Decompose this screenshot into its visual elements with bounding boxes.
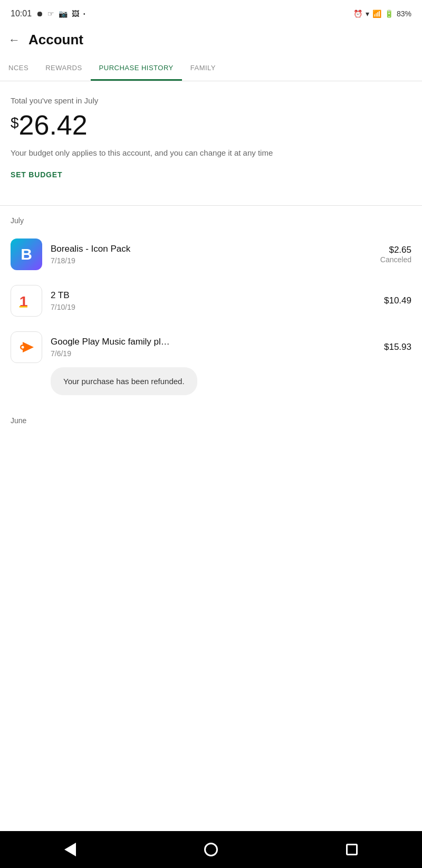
borealis-price-col: $2.65 Canceled xyxy=(380,245,411,264)
nav-back-button[interactable] xyxy=(57,836,83,863)
july-section: July B Borealis - Icon Pack 7/18/19 $2.6… xyxy=(0,206,422,430)
header: ← Account xyxy=(0,26,422,56)
borealis-name: Borealis - Icon Pack xyxy=(51,244,380,254)
accessibility-icon: ☞ xyxy=(47,9,54,18)
gpm-date: 7/6/19 xyxy=(51,349,384,358)
refund-tooltip: Your purchase has been refunded. xyxy=(51,367,197,395)
gpm-svg xyxy=(16,337,37,358)
july-label: July xyxy=(11,206,411,231)
2tb-date: 7/10/19 xyxy=(51,303,384,311)
signal-icon: 📶 xyxy=(372,9,381,18)
budget-note: Your budget only applies to this account… xyxy=(11,147,411,159)
dot-icon: • xyxy=(83,11,85,17)
content-area: Total you've spent in July $26.42 Your b… xyxy=(0,81,422,205)
status-bar: 10:01 ⏺ ☞ 📷 🖼 • ⏰ ▾ 📶 🔋 83% xyxy=(0,0,422,26)
instagram-icon: 📷 xyxy=(59,9,68,18)
currency-symbol: $ xyxy=(11,116,19,130)
page-title: Account xyxy=(28,32,83,48)
nav-recents-button[interactable] xyxy=(339,836,365,863)
gpm-info: Google Play Music family pl… 7/6/19 xyxy=(51,337,384,358)
status-left: 10:01 ⏺ ☞ 📷 🖼 • xyxy=(11,9,85,18)
2tb-name: 2 TB xyxy=(51,290,384,301)
june-label: June xyxy=(11,411,411,430)
tab-nces[interactable]: NCES xyxy=(0,56,37,81)
wifi-icon: ▾ xyxy=(366,9,369,18)
refund-tooltip-container: Your purchase has been refunded. xyxy=(11,370,411,400)
tab-rewards[interactable]: REWARDS xyxy=(37,56,90,81)
tabs-container: NCES REWARDS PURCHASE HISTORY FAMILY xyxy=(0,56,422,81)
back-triangle-icon xyxy=(64,843,76,856)
borealis-status: Canceled xyxy=(380,255,411,264)
gpm-price-col: $15.93 xyxy=(384,342,411,352)
gpm-name: Google Play Music family pl… xyxy=(51,337,384,347)
purchase-item-2tb[interactable]: 1 2 TB 7/10/19 $10.49 xyxy=(11,278,411,324)
alarm-icon: ⏰ xyxy=(353,9,362,18)
borealis-info: Borealis - Icon Pack 7/18/19 xyxy=(51,244,380,265)
2tb-info: 2 TB 7/10/19 xyxy=(51,290,384,311)
bottom-nav xyxy=(0,831,422,868)
borealis-icon: B xyxy=(11,239,42,270)
recording-icon: ⏺ xyxy=(36,9,43,18)
purchase-item-gpm[interactable]: Google Play Music family pl… 7/6/19 $15.… xyxy=(11,324,411,370)
2tb-price: $10.49 xyxy=(384,295,411,306)
amount-value: 26.42 xyxy=(19,110,88,140)
tab-purchase-history[interactable]: PURCHASE HISTORY xyxy=(91,56,182,81)
purchase-item-borealis[interactable]: B Borealis - Icon Pack 7/18/19 $2.65 Can… xyxy=(11,231,411,278)
gpm-price: $15.93 xyxy=(384,342,411,352)
google-one-svg: 1 xyxy=(16,291,36,311)
back-button[interactable]: ← xyxy=(8,33,20,47)
google-one-icon: 1 xyxy=(11,285,42,317)
nav-home-button[interactable] xyxy=(198,836,224,863)
gpm-icon xyxy=(11,331,42,363)
status-time: 10:01 xyxy=(11,9,32,18)
borealis-price: $2.65 xyxy=(380,245,411,255)
battery-percent: 83% xyxy=(397,9,411,18)
home-circle-icon xyxy=(204,843,218,856)
borealis-date: 7/18/19 xyxy=(51,256,380,265)
total-label: Total you've spent in July xyxy=(11,96,411,105)
tab-family[interactable]: FAMILY xyxy=(182,56,224,81)
total-amount: $26.42 xyxy=(11,111,411,139)
status-right: ⏰ ▾ 📶 🔋 83% xyxy=(353,9,411,18)
set-budget-button[interactable]: SET BUDGET xyxy=(11,170,62,179)
battery-icon: 🔋 xyxy=(385,9,394,18)
image-icon: 🖼 xyxy=(72,9,79,18)
svg-point-6 xyxy=(22,346,24,348)
recents-square-icon xyxy=(346,844,358,855)
2tb-price-col: $10.49 xyxy=(384,295,411,306)
